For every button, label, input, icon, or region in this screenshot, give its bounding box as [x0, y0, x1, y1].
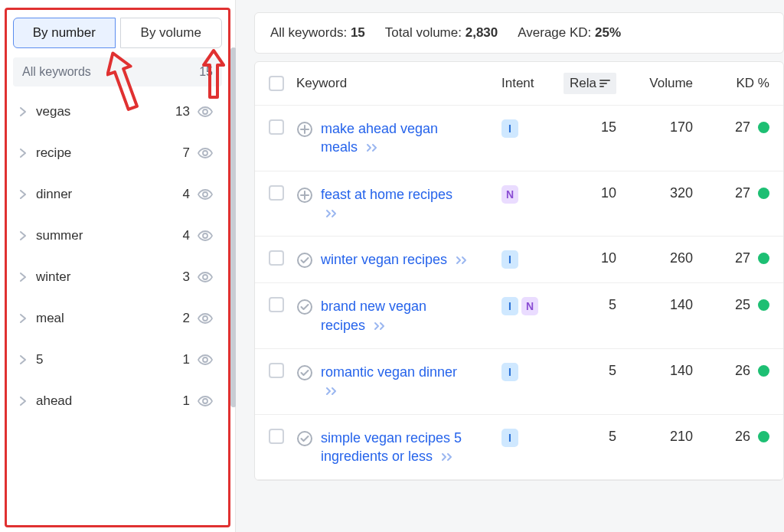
summary-avg-kd: Average KD: 25% — [518, 25, 621, 41]
cell-kd: 26 — [705, 429, 769, 445]
eye-icon[interactable] — [198, 230, 213, 241]
check-circle-icon[interactable] — [296, 299, 313, 315]
tab-by-number[interactable]: By number — [13, 18, 116, 48]
keyword-link[interactable]: brand new vegan recipes — [321, 297, 470, 335]
svg-point-11 — [298, 300, 312, 314]
cell-related: 5 — [561, 429, 629, 445]
cell-related: 10 — [561, 185, 629, 201]
kd-dot-icon — [758, 253, 769, 264]
keyword-link[interactable]: simple vegan recipes 5 ingredients or le… — [321, 429, 470, 466]
row-checkbox[interactable] — [269, 363, 284, 378]
eye-icon[interactable] — [198, 106, 213, 117]
intent-badge-i: I — [501, 429, 518, 447]
keyword-link[interactable]: make ahead vegan meals — [321, 119, 470, 157]
chevron-right-icon — [19, 313, 27, 324]
keyword-link[interactable]: romantic vegan dinner — [321, 363, 470, 400]
header-kd[interactable]: KD % — [705, 76, 769, 91]
row-checkbox[interactable] — [269, 429, 284, 444]
keyword-link[interactable]: winter vegan recipes — [321, 250, 468, 269]
cell-kd: 27 — [705, 119, 769, 135]
svg-point-3 — [203, 233, 207, 238]
cell-related: 5 — [561, 297, 629, 313]
check-circle-icon[interactable] — [296, 430, 313, 447]
plus-circle-icon[interactable] — [296, 187, 313, 204]
eye-icon[interactable] — [198, 313, 213, 324]
cell-kd: 26 — [705, 363, 769, 379]
sidebar-item[interactable]: 51 — [13, 339, 222, 380]
header-intent[interactable]: Intent — [501, 76, 561, 91]
svg-point-5 — [203, 316, 207, 321]
kd-dot-icon — [758, 365, 769, 377]
cell-kd: 27 — [705, 185, 769, 201]
intent-badge-i: I — [501, 119, 518, 138]
row-checkbox[interactable] — [269, 250, 284, 266]
intent-badge-n: N — [521, 297, 538, 315]
all-keywords-count: 15 — [199, 65, 213, 79]
sidebar-item[interactable]: recipe7 — [13, 132, 222, 174]
chevron-double-right-icon[interactable] — [456, 254, 468, 266]
intent-badge-n: N — [501, 185, 518, 204]
sidebar-item[interactable]: dinner4 — [13, 174, 222, 215]
table-header-row: Keyword Intent Rela Volume KD % — [255, 62, 783, 106]
main-panel: All keywords: 15 Total volume: 2,830 Ave… — [236, 0, 784, 532]
row-checkbox[interactable] — [269, 185, 284, 201]
plus-circle-icon[interactable] — [296, 121, 313, 138]
svg-point-12 — [298, 366, 312, 380]
cell-related: 15 — [561, 119, 629, 135]
svg-point-13 — [298, 432, 312, 446]
chevron-right-icon — [19, 230, 27, 241]
sidebar-item-count: 7 — [183, 145, 190, 161]
sidebar-item[interactable]: ahead1 — [13, 380, 222, 422]
keyword-table: Keyword Intent Rela Volume KD % make ahe… — [254, 61, 784, 481]
summary-total-volume: Total volume: 2,830 — [385, 25, 498, 41]
table-row: brand new vegan recipes IN514025 — [255, 283, 783, 349]
cell-kd: 27 — [705, 250, 769, 266]
svg-point-7 — [203, 399, 207, 403]
intent-badge-i: I — [501, 297, 518, 315]
row-checkbox[interactable] — [269, 297, 284, 312]
cell-volume: 140 — [629, 363, 705, 379]
check-circle-icon[interactable] — [296, 252, 313, 269]
cell-volume: 170 — [629, 119, 705, 135]
sidebar-item-label: summer — [36, 228, 183, 243]
keyword-group-list: vegas13recipe7dinner4summer4winter3meal2… — [13, 91, 222, 422]
sidebar-item[interactable]: winter3 — [13, 256, 222, 298]
row-checkbox[interactable] — [269, 119, 284, 135]
intent-badge-i: I — [501, 363, 518, 381]
sidebar-item-label: dinner — [36, 187, 183, 202]
keyword-link[interactable]: feast at home recipes — [321, 185, 470, 223]
sidebar-item-count: 1 — [183, 352, 190, 367]
all-keywords-header[interactable]: All keywords 15 — [13, 57, 222, 86]
header-volume[interactable]: Volume — [629, 76, 705, 91]
summary-all-keywords: All keywords: 15 — [270, 25, 365, 41]
sidebar-item-count: 2 — [183, 311, 190, 326]
header-related[interactable]: Rela — [561, 73, 629, 94]
eye-icon[interactable] — [198, 396, 213, 406]
chevron-double-right-icon[interactable] — [441, 451, 453, 463]
eye-icon[interactable] — [198, 354, 213, 365]
sidebar-item-label: meal — [36, 311, 183, 326]
all-keywords-label: All keywords — [22, 65, 91, 79]
check-circle-icon[interactable] — [296, 364, 313, 381]
sort-tabs: By number By volume — [13, 18, 222, 48]
eye-icon[interactable] — [198, 272, 213, 282]
eye-icon[interactable] — [198, 189, 213, 200]
eye-icon[interactable] — [198, 148, 213, 158]
tab-by-volume[interactable]: By volume — [120, 18, 223, 48]
sidebar-item[interactable]: meal2 — [13, 298, 222, 339]
chevron-right-icon — [19, 272, 27, 282]
chevron-double-right-icon[interactable] — [325, 385, 338, 397]
cell-volume: 260 — [629, 250, 705, 266]
chevron-double-right-icon[interactable] — [325, 207, 338, 220]
chevron-double-right-icon[interactable] — [366, 142, 378, 154]
cell-intent: I — [501, 363, 561, 381]
chevron-right-icon — [19, 148, 27, 158]
header-keyword[interactable]: Keyword — [296, 76, 501, 91]
chevron-double-right-icon[interactable] — [374, 320, 386, 332]
sidebar-item[interactable]: summer4 — [13, 215, 222, 256]
summary-bar: All keywords: 15 Total volume: 2,830 Ave… — [254, 12, 784, 54]
svg-point-1 — [203, 151, 207, 155]
table-row: feast at home recipes N1032027 — [255, 171, 783, 237]
sidebar-item[interactable]: vegas13 — [13, 91, 222, 132]
select-all-checkbox[interactable] — [269, 76, 284, 91]
